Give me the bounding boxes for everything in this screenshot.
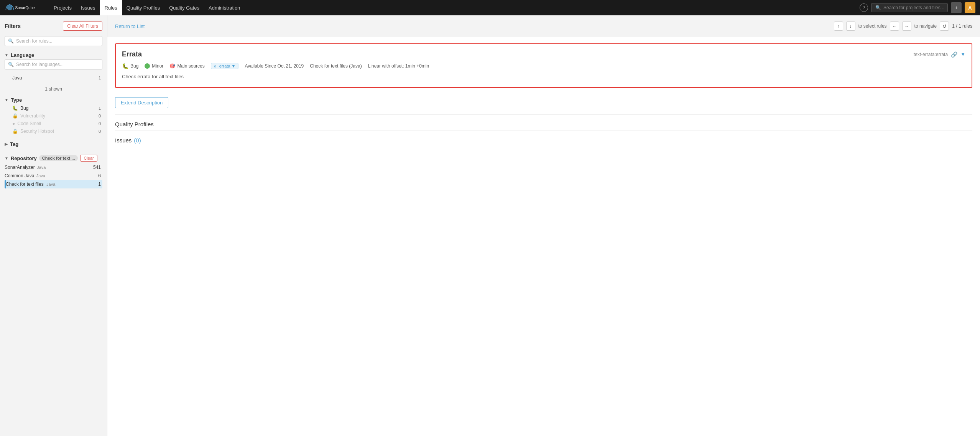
- sidebar-title: Filters: [5, 23, 21, 29]
- rule-filter-icon[interactable]: ▼: [960, 51, 965, 57]
- rule-scope: 🎯 Main sources: [169, 63, 204, 69]
- language-section-label: Language: [11, 52, 34, 58]
- type-bug-count: 1: [99, 106, 101, 111]
- repo-sonaranalyzer-label: SonarAnalyzer Java: [5, 165, 46, 170]
- global-search[interactable]: 🔍: [871, 3, 948, 12]
- available-since-label: Available Since Oct 21, 2019: [245, 63, 304, 69]
- navigate-label: to navigate: [914, 23, 937, 29]
- tag-icon: 🏷: [214, 64, 218, 68]
- search-icon: 🔍: [8, 62, 14, 67]
- repository-filter-section: ▼ Repository Check for text ... Clear So…: [5, 153, 102, 188]
- type-chevron-icon: ▼: [5, 98, 8, 102]
- language-filter-section: ▼ Language 🔍 Java 1: [5, 51, 102, 82]
- repository-section-header[interactable]: ▼ Repository Check for text ... Clear: [5, 153, 102, 163]
- rule-key: text-errata:errata: [914, 52, 948, 57]
- reset-button[interactable]: ↺: [940, 21, 949, 31]
- rule-available-since: Available Since Oct 21, 2019: [245, 63, 304, 69]
- type-codesmell-label: ● Code Smell: [12, 121, 41, 126]
- type-bug-item[interactable]: 🐛 Bug 1: [5, 104, 102, 112]
- nav-quality-gates[interactable]: Quality Gates: [164, 0, 204, 15]
- repository-section-label: Repository: [11, 155, 37, 161]
- nav-down-button[interactable]: ↓: [846, 21, 855, 31]
- nav-rules[interactable]: Rules: [100, 0, 122, 15]
- avatar[interactable]: A: [965, 2, 975, 13]
- rule-type-label: Bug: [130, 63, 138, 69]
- extend-description-button[interactable]: Extend Description: [115, 97, 168, 108]
- help-icon[interactable]: ?: [860, 3, 868, 12]
- tag-filter-section: ▶ Tag: [5, 140, 102, 149]
- tag-chevron-icon: ▶: [5, 142, 8, 146]
- tag-section-header[interactable]: ▶ Tag: [5, 140, 102, 149]
- nav-quality-profiles[interactable]: Quality Profiles: [122, 0, 164, 15]
- language-section-header[interactable]: ▼ Language: [5, 51, 102, 59]
- repository-label: Check for text files (Java): [310, 63, 362, 69]
- repo-sonaranalyzer-item[interactable]: SonarAnalyzer Java 541: [5, 163, 102, 172]
- search-input[interactable]: [883, 5, 944, 10]
- sidebar-header: Filters Clear All Filters: [5, 21, 102, 31]
- type-vulnerability-label: 🔒 Vulnerability: [12, 113, 45, 119]
- type-hotspot-count: 0: [99, 129, 101, 134]
- tag-dropdown-icon[interactable]: ▼: [232, 64, 236, 68]
- search-icon: 🔍: [875, 5, 881, 10]
- tag-label: errata: [219, 64, 230, 68]
- type-vulnerability-count: 0: [99, 114, 101, 118]
- rule-search-box[interactable]: 🔍: [5, 36, 102, 46]
- language-java-item[interactable]: Java 1: [5, 74, 102, 82]
- rule-tag: 🏷 errata ▼: [211, 63, 239, 69]
- issues-title: Issues (0): [115, 131, 972, 147]
- type-codesmell-count: 0: [99, 121, 101, 126]
- main-content: Return to List ↑ ↓ to select rules ← → t…: [107, 15, 980, 436]
- repo-sonaranalyzer-count: 541: [93, 165, 101, 170]
- language-java-label: Java: [12, 75, 22, 81]
- effort-label: Linear with offset: 1min +0min: [368, 63, 429, 69]
- nav-projects[interactable]: Projects: [49, 0, 76, 15]
- issues-count: (0): [134, 137, 141, 144]
- rule-severity-label: Minor: [152, 63, 163, 69]
- nav-left-button[interactable]: ←: [890, 21, 899, 31]
- repo-commonjava-label: Common Java Java: [5, 173, 45, 178]
- rule-title: Errata: [122, 50, 142, 58]
- type-hotspot-label: 🔒 Security Hotspot: [12, 129, 54, 134]
- type-section-header[interactable]: ▼ Type: [5, 96, 102, 104]
- language-search-input[interactable]: [16, 62, 99, 67]
- clear-repo-button[interactable]: Clear: [80, 155, 97, 162]
- type-section-label: Type: [11, 97, 22, 103]
- rule-severity: Minor: [145, 63, 163, 69]
- rule-card-header: Errata text-errata:errata 🔗 ▼: [122, 50, 965, 58]
- rule-repository: Check for text files (Java): [310, 63, 362, 69]
- svg-text:SonarQube: SonarQube: [15, 6, 35, 10]
- rule-link-icon[interactable]: 🔗: [951, 51, 957, 58]
- search-icon: 🔍: [8, 38, 14, 44]
- language-search-box[interactable]: 🔍: [5, 59, 102, 69]
- language-java-count: 1: [99, 76, 101, 80]
- rules-count: 1 / 1 rules: [952, 23, 972, 29]
- repo-checkfortext-count: 1: [98, 182, 101, 187]
- brand-logo[interactable]: SonarQube: [5, 3, 43, 12]
- nav-right-button[interactable]: →: [902, 21, 911, 31]
- rule-meta: 🐛 Bug Minor 🎯 Main sources 🏷 errata ▼: [122, 63, 965, 69]
- issues-section: Issues (0): [107, 131, 980, 153]
- type-filter-section: ▼ Type 🐛 Bug 1 🔒 Vulnerability 0 ●: [5, 96, 102, 135]
- type-codesmell-item[interactable]: ● Code Smell 0: [5, 120, 102, 127]
- circle-icon: ●: [12, 121, 15, 126]
- type-hotspot-item[interactable]: 🔒 Security Hotspot 0: [5, 127, 102, 135]
- repo-active-filter-tag: Check for text ...: [39, 155, 78, 161]
- rule-key-area: text-errata:errata 🔗 ▼: [914, 51, 965, 58]
- add-button[interactable]: +: [951, 2, 962, 13]
- nav-up-button[interactable]: ↑: [834, 21, 843, 31]
- repo-chevron-icon: ▼: [5, 156, 8, 160]
- repo-checkfortext-item[interactable]: Check for text files Java 1: [5, 180, 102, 188]
- bug-type-icon: 🐛: [122, 63, 128, 69]
- select-rules-label: to select rules: [858, 23, 887, 29]
- rule-description: Check errata for all text files: [122, 74, 965, 79]
- rule-scope-label: Main sources: [177, 63, 204, 69]
- nav-issues[interactable]: Issues: [76, 0, 100, 15]
- return-to-list-link[interactable]: Return to List: [115, 23, 145, 29]
- repo-checkfortext-label: Check for text files Java: [6, 182, 55, 187]
- rule-search-input[interactable]: [16, 38, 99, 44]
- nav-administration[interactable]: Administration: [204, 0, 245, 15]
- repo-commonjava-item[interactable]: Common Java Java 6: [5, 172, 102, 180]
- type-bug-label: 🐛 Bug: [12, 106, 28, 111]
- clear-all-filters-button[interactable]: Clear All Filters: [63, 21, 102, 31]
- type-vulnerability-item[interactable]: 🔒 Vulnerability 0: [5, 112, 102, 120]
